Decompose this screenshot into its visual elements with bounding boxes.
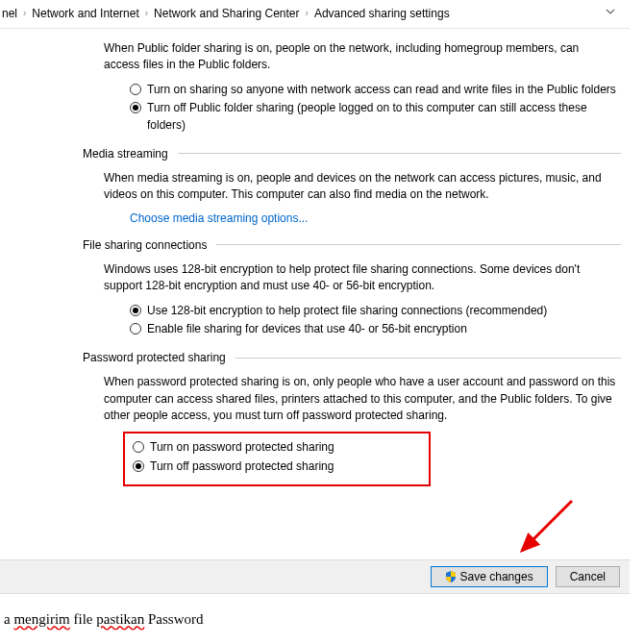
radio-label: Turn off Public folder sharing (people l… xyxy=(147,100,617,134)
button-bar: Save changes Cancel xyxy=(0,559,630,594)
chevron-right-icon: › xyxy=(306,8,309,18)
media-streaming-link[interactable]: Choose media streaming options... xyxy=(130,211,308,225)
shield-icon xyxy=(445,571,457,582)
divider xyxy=(178,153,621,154)
save-changes-button[interactable]: Save changes xyxy=(431,566,548,587)
radio-label: Turn on password protected sharing xyxy=(150,439,334,456)
highlighted-box: Turn on password protected sharing Turn … xyxy=(123,432,431,486)
chevron-right-icon: › xyxy=(145,8,148,18)
settings-content: When Public folder sharing is on, people… xyxy=(0,29,644,486)
breadcrumb-item[interactable]: nel xyxy=(2,7,17,20)
password-radio-group: Turn on password protected sharing Turn … xyxy=(133,439,421,475)
button-label: Save changes xyxy=(460,570,533,583)
radio-icon[interactable] xyxy=(130,84,141,95)
radio-label: Enable file sharing for devices that use… xyxy=(147,321,467,337)
section-header: File sharing connections xyxy=(83,238,621,252)
radio-icon[interactable] xyxy=(130,305,141,316)
radio-icon[interactable] xyxy=(133,441,144,453)
annotation-arrow xyxy=(514,493,591,570)
section-header: Password protected sharing xyxy=(83,351,621,364)
radio-option[interactable]: Enable file sharing for devices that use… xyxy=(130,321,617,337)
file-conn-radio-group: Use 128-bit encryption to help protect f… xyxy=(130,303,617,338)
media-desc: When media streaming is on, people and d… xyxy=(104,170,617,204)
divider xyxy=(235,358,621,359)
radio-option[interactable]: Turn on sharing so anyone with network a… xyxy=(130,82,617,98)
svg-line-0 xyxy=(522,501,572,551)
divider xyxy=(216,244,621,245)
cancel-button[interactable]: Cancel xyxy=(556,566,620,587)
radio-label: Turn on sharing so anyone with network a… xyxy=(147,82,616,98)
external-text: a mengirim file pastikan Password xyxy=(4,611,204,628)
radio-icon[interactable] xyxy=(130,102,141,113)
breadcrumb-item[interactable]: Network and Internet xyxy=(32,7,138,20)
public-folder-desc: When Public folder sharing is on, people… xyxy=(104,40,617,74)
radio-option[interactable]: Turn on password protected sharing xyxy=(133,439,421,456)
section-header: Media streaming xyxy=(83,147,621,161)
file-conn-desc: Windows uses 128-bit encryption to help … xyxy=(104,261,617,295)
button-label: Cancel xyxy=(570,570,606,583)
radio-icon[interactable] xyxy=(133,460,144,472)
radio-label: Use 128-bit encryption to help protect f… xyxy=(147,303,547,319)
radio-label: Turn off password protected sharing xyxy=(150,458,334,475)
section-title: File sharing connections xyxy=(83,238,207,252)
radio-option[interactable]: Turn off password protected sharing xyxy=(133,458,421,475)
breadcrumb: nel › Network and Internet › Network and… xyxy=(0,0,630,29)
breadcrumb-item[interactable]: Advanced sharing settings xyxy=(314,7,450,20)
radio-option[interactable]: Use 128-bit encryption to help protect f… xyxy=(130,303,617,319)
breadcrumb-item[interactable]: Network and Sharing Center xyxy=(154,7,299,20)
radio-icon[interactable] xyxy=(130,323,141,334)
public-folder-radio-group: Turn on sharing so anyone with network a… xyxy=(130,82,617,134)
section-title: Password protected sharing xyxy=(83,351,226,364)
section-title: Media streaming xyxy=(83,147,168,161)
chevron-right-icon: › xyxy=(23,8,26,18)
password-desc: When password protected sharing is on, o… xyxy=(104,374,617,424)
chevron-down-icon[interactable] xyxy=(605,6,616,20)
radio-option[interactable]: Turn off Public folder sharing (people l… xyxy=(130,100,617,134)
